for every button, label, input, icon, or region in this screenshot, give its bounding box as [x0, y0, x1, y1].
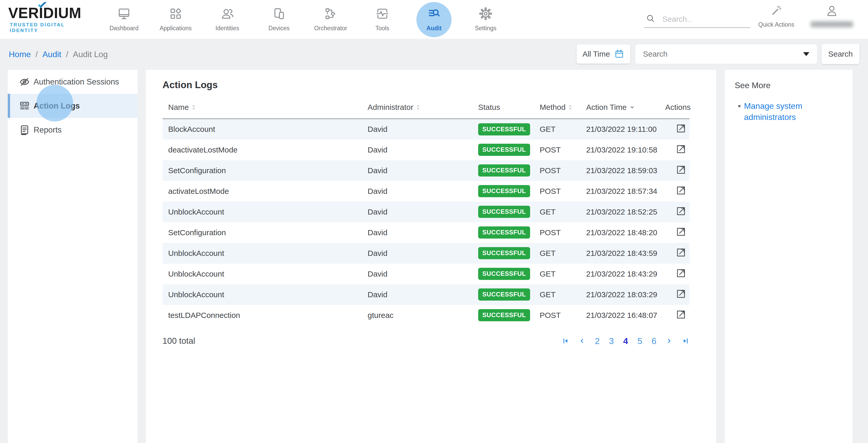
breadcrumb-home[interactable]: Home	[9, 50, 31, 59]
sidebar-item-label: Action Logs	[34, 101, 80, 111]
sidebar-item-action-logs[interactable]: Action Logs	[8, 94, 138, 118]
page-number[interactable]: 5	[637, 336, 642, 346]
cell-name: SetConfiguration	[162, 222, 362, 243]
previous-page-icon[interactable]	[579, 337, 585, 344]
time-filter-button[interactable]: All Time	[577, 45, 630, 64]
action-logs-panel: Action Logs Name Administrator Status Me…	[146, 70, 716, 443]
audit-sidebar: Authentication Sessions Action Logs Repo…	[8, 70, 138, 443]
column-header-administrator[interactable]: Administrator	[362, 99, 472, 119]
cell-action-time: 21/03/2022 18:43:59	[581, 243, 659, 264]
quick-actions-button[interactable]: Quick Actions	[753, 4, 800, 28]
open-details-icon[interactable]	[675, 122, 687, 135]
cell-administrator: David	[362, 181, 472, 202]
search-category-select[interactable]: Search	[635, 44, 817, 64]
cell-status: SUCCESSFUL	[472, 305, 534, 326]
cell-method: POST	[534, 140, 581, 160]
brand-logo[interactable]: VERIDIUM TRUSTED DIGITAL IDENTITY	[8, 6, 86, 33]
open-details-icon[interactable]	[675, 205, 687, 217]
page-number[interactable]: 6	[652, 336, 656, 346]
last-page-icon[interactable]	[682, 337, 689, 345]
nav-item-devices[interactable]: Devices	[253, 0, 305, 39]
see-more-title: See More	[735, 81, 843, 90]
manage-system-administrators-link[interactable]: Manage system administrators	[744, 100, 822, 123]
cell-action-time: 21/03/2022 18:43:29	[581, 264, 659, 284]
cell-actions	[659, 264, 689, 284]
status-badge: SUCCESSFUL	[478, 247, 530, 259]
column-header-method[interactable]: Method	[534, 99, 581, 119]
bullet-icon: •	[738, 101, 741, 123]
cell-actions	[659, 305, 689, 326]
table-row: activateLostMode David SUCCESSFUL POST 2…	[162, 181, 689, 202]
brand-tagline: TRUSTED DIGITAL IDENTITY	[8, 22, 86, 33]
nav-item-tools[interactable]: Tools	[356, 0, 408, 39]
cell-actions	[659, 119, 689, 140]
magic-wand-icon	[770, 4, 783, 17]
status-badge: SUCCESSFUL	[478, 165, 530, 177]
cell-method: GET	[534, 202, 581, 222]
sort-desc-icon	[629, 105, 635, 110]
main-nav: Dashboard Applications Identities Device…	[98, 0, 512, 39]
nav-item-identities[interactable]: Identities	[202, 0, 253, 39]
nav-item-orchestrator[interactable]: Orchestrator	[305, 0, 356, 39]
cell-action-time: 21/03/2022 18:48:20	[581, 222, 659, 243]
cell-actions	[659, 160, 689, 181]
sidebar-item-authentication-sessions[interactable]: Authentication Sessions	[8, 70, 138, 94]
dropdown-caret-icon	[803, 52, 809, 56]
nav-label: Tools	[375, 25, 389, 32]
cell-name: UnblockAccount	[162, 243, 362, 264]
column-header-status: Status	[472, 99, 534, 119]
nav-item-audit[interactable]: Audit	[408, 0, 460, 39]
cell-action-time: 21/03/2022 16:48:07	[581, 305, 659, 326]
status-badge: SUCCESSFUL	[478, 268, 530, 280]
cell-administrator: David	[362, 222, 472, 243]
open-details-icon[interactable]	[675, 308, 687, 321]
breadcrumb-current: Audit Log	[73, 50, 108, 59]
nav-item-dashboard[interactable]: Dashboard	[98, 0, 150, 39]
breadcrumb-separator: /	[66, 50, 68, 59]
column-header-action-time[interactable]: Action Time	[581, 99, 659, 119]
search-input[interactable]	[662, 15, 740, 24]
cell-action-time: 21/03/2022 19:10:58	[581, 140, 659, 160]
action-logs-table: Name Administrator Status Method Action …	[162, 99, 689, 326]
status-badge: SUCCESSFUL	[478, 123, 530, 136]
status-badge: SUCCESSFUL	[478, 227, 530, 239]
open-details-icon[interactable]	[675, 164, 687, 176]
open-details-icon[interactable]	[675, 226, 687, 238]
orchestrator-icon	[324, 7, 338, 21]
cell-actions	[659, 181, 689, 202]
veridium-check-icon	[37, 2, 48, 9]
cell-actions	[659, 140, 689, 160]
cell-actions	[659, 284, 689, 305]
first-page-icon[interactable]	[562, 337, 569, 345]
open-details-icon[interactable]	[675, 288, 687, 300]
nav-item-settings[interactable]: Settings	[460, 0, 512, 39]
breadcrumb: Home / Audit / Audit Log	[9, 39, 108, 70]
table-row: SetConfiguration David SUCCESSFUL POST 2…	[162, 222, 689, 243]
cell-actions	[659, 202, 689, 222]
page-number[interactable]: 2	[595, 336, 599, 346]
page-number[interactable]: 3	[609, 336, 614, 346]
cell-status: SUCCESSFUL	[472, 160, 534, 181]
next-page-icon[interactable]	[666, 337, 673, 344]
search-button[interactable]: Search	[822, 44, 860, 64]
sort-icon	[191, 104, 196, 111]
open-details-icon[interactable]	[675, 267, 687, 279]
breadcrumb-audit[interactable]: Audit	[42, 50, 61, 59]
audit-icon	[427, 7, 441, 21]
nav-item-applications[interactable]: Applications	[150, 0, 202, 39]
open-details-icon[interactable]	[675, 246, 687, 259]
cell-action-time: 21/03/2022 18:59:03	[581, 160, 659, 181]
search-select-placeholder: Search	[643, 50, 668, 58]
table-row: testLDAPConnection gtureac SUCCESSFUL PO…	[162, 305, 689, 326]
column-header-name[interactable]: Name	[162, 99, 362, 119]
nav-label: Applications	[160, 25, 192, 32]
open-details-icon[interactable]	[675, 184, 687, 197]
open-details-icon[interactable]	[675, 143, 687, 155]
breadcrumb-separator: /	[35, 50, 38, 59]
page-number-current[interactable]: 4	[623, 336, 628, 346]
sidebar-item-reports[interactable]: Reports	[8, 118, 138, 142]
user-profile-button[interactable]	[809, 4, 855, 27]
nav-label: Devices	[269, 25, 289, 32]
calendar-icon	[614, 49, 624, 59]
cell-method: GET	[534, 284, 581, 305]
